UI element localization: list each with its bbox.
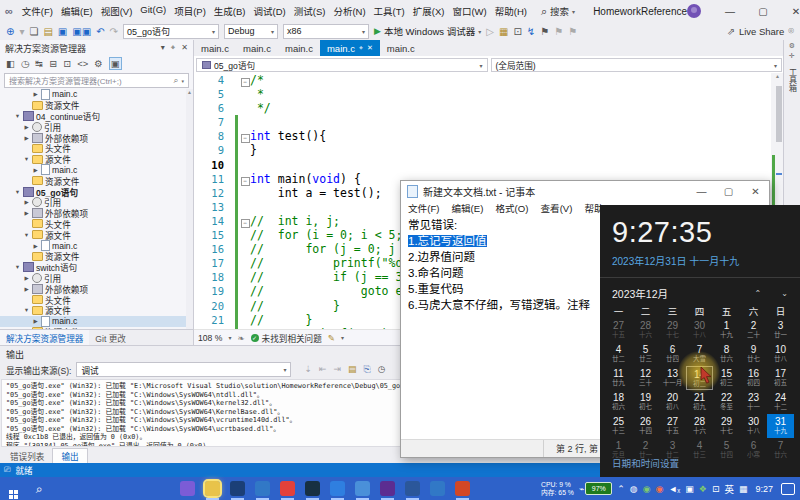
bookmark-icon[interactable]: ⚑ (540, 26, 549, 37)
startup-project-combo[interactable]: 05_go语句▾ (123, 24, 219, 39)
nav-back-icon[interactable]: ⊕ (6, 26, 14, 37)
calendar-day-cell[interactable]: 9廿七 (740, 342, 767, 366)
wechat-tray-icon[interactable]: ❖ (699, 484, 707, 494)
collapse-icon[interactable]: − (241, 78, 250, 87)
calendar-day-cell[interactable]: 6小寒 (740, 438, 767, 462)
expander-arrow-icon[interactable]: ▶ (31, 91, 40, 97)
tree-item[interactable]: ▼switch语句 (0, 262, 186, 273)
code-line[interactable]: 9} (194, 143, 771, 157)
solution-search-input[interactable]: 搜索解决方案资源管理器(Ctrl+;) ⌕ ▾ (4, 73, 189, 88)
expander-arrow-icon[interactable]: ▶ (22, 275, 31, 281)
menubar-item[interactable]: 查看(V) (540, 201, 572, 215)
code-line[interactable]: 10 (194, 158, 771, 172)
add-icon[interactable]: ✛ (784, 52, 800, 60)
configuration-combo[interactable]: Debug▾ (224, 24, 278, 39)
minimize-button[interactable]: — (688, 186, 715, 197)
live-share-button[interactable]: ⇗ Live Share ⌾ (727, 25, 794, 37)
menubar-item[interactable]: 项目(P) (170, 2, 210, 20)
powerpoint-icon[interactable] (455, 481, 470, 496)
edge-icon[interactable] (330, 481, 345, 496)
panel-tab[interactable]: 输出 (52, 448, 87, 463)
menubar-item[interactable]: 测试(S) (290, 2, 330, 20)
teams-tray-icon[interactable]: ▣ (685, 484, 694, 494)
fold-margin[interactable]: − (240, 129, 250, 143)
calendar-day-cell[interactable]: 4廿二 (605, 342, 632, 366)
tree-item[interactable]: 头文件 (0, 294, 186, 305)
maximize-button[interactable]: ▢ (749, 6, 777, 17)
editor-tab[interactable]: main.c (278, 40, 320, 56)
gear-icon[interactable]: ⚙ (784, 42, 800, 50)
expander-arrow-icon[interactable]: ▶ (22, 286, 31, 292)
menubar-item[interactable]: 生成(B) (210, 2, 250, 20)
maximize-button[interactable]: ▢ (715, 186, 742, 197)
menubar-item[interactable]: 扩展(X) (409, 2, 449, 20)
start-button[interactable] (0, 479, 26, 498)
expander-arrow-icon[interactable]: ▼ (13, 189, 22, 195)
app-blue-arrow-icon[interactable] (255, 481, 270, 496)
tree-item[interactable]: 资源文件 (0, 251, 186, 262)
zoom-level[interactable]: 108 % (198, 333, 222, 343)
typora-icon[interactable] (305, 481, 320, 496)
battery-indicator[interactable]: ⌁ 97% (579, 482, 612, 495)
calendar-day-cell[interactable]: 20初八 (659, 390, 686, 414)
start-without-debug-icon[interactable]: ▷ (486, 26, 494, 37)
calendar-day-cell[interactable]: 12三十 (632, 366, 659, 390)
menubar-item[interactable]: 文件(F) (18, 2, 57, 20)
expander-arrow-icon[interactable]: ▼ (22, 156, 31, 162)
attach-icon[interactable]: ⊡ (513, 26, 521, 37)
tree-item[interactable]: ▶main.c (0, 316, 186, 327)
calendar-day-cell[interactable]: 28十六 (632, 318, 659, 342)
datetime-settings-link[interactable]: 日期和时间设置 (612, 456, 679, 470)
menubar-item[interactable]: 窗口(W) (448, 2, 490, 20)
volume-muted-icon[interactable]: ◄ₓ (668, 484, 680, 494)
tree-item[interactable]: ▶外部依赖项 (0, 208, 186, 219)
visual-studio-icon[interactable] (380, 481, 395, 496)
expander-arrow-icon[interactable]: ▶ (22, 210, 31, 216)
expander-arrow-icon[interactable]: ▶ (31, 318, 40, 324)
tree-item[interactable]: ▶外部依赖项 (0, 132, 186, 143)
app-purple-icon[interactable] (180, 481, 195, 496)
tree-item[interactable]: ▶引用 (0, 121, 186, 132)
redo-icon[interactable]: ↷ (110, 26, 118, 37)
find-icon[interactable]: ⇣ (304, 364, 312, 375)
chrome-icon[interactable] (280, 481, 295, 496)
preview-icon[interactable]: ▣ (109, 57, 122, 70)
pin-icon[interactable]: ⌖ (359, 44, 363, 52)
browser-dark-icon[interactable] (230, 481, 245, 496)
expander-arrow-icon[interactable]: ▼ (22, 232, 31, 238)
editor-tab[interactable]: main.c (194, 40, 236, 56)
taskbar-clock[interactable]: 9:27 (752, 484, 776, 494)
open-folder-icon[interactable]: ▤ (43, 26, 52, 37)
calendar-day-cell[interactable]: 27十五 (605, 318, 632, 342)
pending-changes-icon[interactable]: ◷ (21, 58, 29, 69)
menubar-item[interactable]: 工具(T) (370, 2, 409, 20)
code-view-icon[interactable]: <> (77, 58, 88, 69)
ime-indicator[interactable]: 英 (724, 482, 734, 496)
menubar-item[interactable]: 视图(V) (97, 2, 137, 20)
word-icon[interactable] (405, 481, 420, 496)
code-line[interactable]: 5 * (194, 87, 771, 101)
step-icon[interactable]: ↯ (527, 26, 535, 37)
titlebar-search[interactable]: ⌕ 搜索 ▾ (541, 4, 575, 18)
new-file-icon[interactable]: ❏ (29, 26, 38, 37)
chevron-down-icon[interactable]: ▾ (161, 43, 165, 53)
close-icon[interactable]: ✕ (367, 44, 373, 52)
calendar-day-cell[interactable]: 27十五 (659, 414, 686, 438)
find-prev-icon[interactable]: ⇤ (319, 364, 327, 375)
network-globe-icon[interactable]: ◍ (630, 484, 638, 494)
word-wrap-icon[interactable]: ⎘ (364, 364, 371, 375)
wrench-icon[interactable]: ⚙ (94, 58, 103, 69)
calendar-day-cell[interactable]: 24十二 (767, 390, 794, 414)
menubar-item[interactable]: 格式(O) (495, 201, 528, 215)
edit-icon[interactable]: ✎ (328, 333, 335, 343)
tree-item[interactable]: ▶外部依赖项 (0, 283, 186, 294)
output-source-combo[interactable]: 调试▾ (76, 362, 291, 377)
history-icon[interactable]: ◷ (378, 364, 386, 375)
code-line[interactable]: 8−int test(){ (194, 129, 771, 143)
calendar-day-cell[interactable]: 1十九 (713, 318, 740, 342)
calendar-day-cell[interactable]: 29十七 (659, 318, 686, 342)
taskbar-search-button[interactable]: ⌕ (26, 482, 52, 496)
save-all-icon[interactable]: ▣▣ (72, 26, 91, 37)
calendar-month-label[interactable]: 2023年12月 (612, 286, 668, 301)
toolbox-tab[interactable]: 工具箱 (787, 68, 798, 92)
